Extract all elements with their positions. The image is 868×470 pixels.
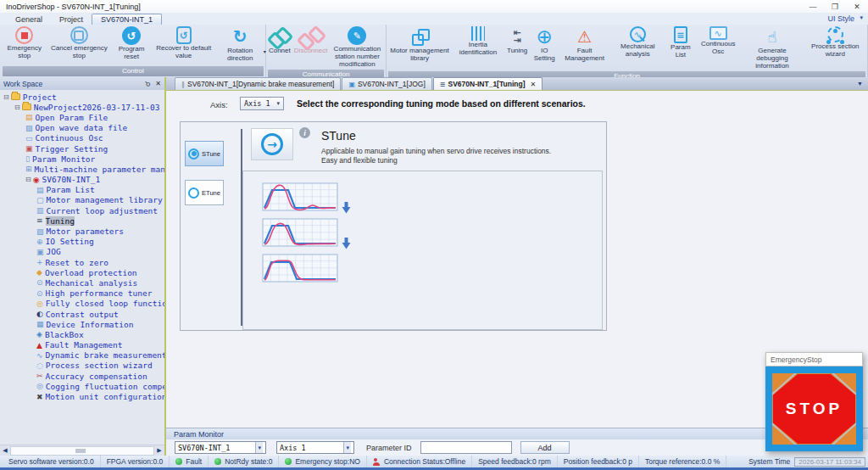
tree-item-label: Accuracy compensation [46,372,147,381]
doc-tab-sv670n-int-1-jog[interactable]: ▣SV670N-INT_1[JOG] [342,77,431,90]
scroll-left-icon[interactable]: ◀ [0,447,10,454]
ribbon-button-fault-management[interactable]: Fault Management [559,25,610,64]
tab-list-caret-icon[interactable]: ▼ [857,81,868,87]
ribbon-button-program-reset[interactable]: Program reset [111,25,151,62]
tree-item-newproject2026-03-17-11-03[interactable]: ⊟NewProject2026-03-17-11-03 [0,102,164,112]
ribbon-button-communication-station-number-modification[interactable]: Communication station number modificatio… [329,25,385,70]
tree-item-project[interactable]: ⊟Project [0,92,164,102]
tree-item-device-information[interactable]: ▦Device Information [0,319,164,329]
tree-item-icon: ▲ [36,341,42,350]
menu-tab-device[interactable]: SV670N-INT_1 [92,14,162,25]
ribbon-button-tuning[interactable]: Tuning [504,25,530,56]
ribbon-button-param-list[interactable]: Param List [665,25,696,60]
tree-item-tuning[interactable]: ≡Tuning [0,215,164,226]
expander-icon[interactable]: ⊟ [25,176,31,183]
tree-item-reset-to-zero[interactable]: +Reset to zero [0,257,164,267]
ribbon-button-rotation-direction[interactable]: Rotation direction▾ [216,25,264,64]
tree-item-open-wave-data-file[interactable]: ▨Open wave data file [0,123,164,133]
ribbon-button-label: Disconnect [294,48,328,55]
tree-item-trigger-setting[interactable]: ▣Trigger Setting [0,143,164,154]
tree-item-icon: ⊙ [36,289,43,298]
etune-mode-button[interactable]: ETune [185,180,224,205]
menu-tab-general[interactable]: General [7,14,51,25]
ribbon-button-io-setting[interactable]: IO Setting [530,25,559,64]
ribbon-button-motor-management-library[interactable]: Motor management library [387,25,451,64]
tree-item-motor-management-library[interactable]: ▢Motor management library [0,195,164,205]
tree-item-param-monitor[interactable]: ▯Param Monitor [0,154,164,164]
dropdown-caret-icon: ▾ [264,48,266,54]
tree-item-continuous-osc[interactable]: ▭Continuous Osc [0,133,164,143]
scroll-right-icon[interactable]: ▶ [154,447,164,454]
ribbon-button-connet[interactable]: Connet [267,25,292,56]
device-select[interactable]: SV670N-INT_1 [175,441,266,454]
ribbon-button-disconnect[interactable]: Disconnect [292,25,330,56]
expander-icon[interactable]: ⊟ [3,93,9,101]
axis-select[interactable]: Axis 1 [240,97,284,110]
doc-tab-label: SV670N-INT_1[JOG] [358,80,426,88]
ribbon-button-generate-debugging-information[interactable]: Generate debugging information [740,25,804,71]
minimize-button[interactable]: — [802,3,824,11]
tree-item-icon: ⊙ [36,278,43,287]
close-tab-icon[interactable]: ✕ [530,81,536,88]
tree-item-accuracy-compensation[interactable]: ✂Accuracy compensation [0,371,164,381]
ribbon-button-label: Communication station number modificatio… [331,46,383,69]
tree-item-high-performance-tuner[interactable]: ⊙High performance tuner [0,288,164,299]
tree-item-label: Motion unit configuration [46,392,164,401]
tree-item-process-section-wizard[interactable]: ◌Process section wizard [0,361,164,371]
ribbon-button-inertia-identification[interactable]: Inertia identification [452,25,504,58]
workspace-close-icon[interactable]: ✕ [155,80,161,87]
ribbon-button-emergency-stop[interactable]: Emergency stop [2,25,47,61]
tree-item-dynamic-brake-measurement[interactable]: ∿Dynamic brake measurement [0,350,164,361]
doc-tab-sv670n-int-1-dynamic-brake-measurement[interactable]: ∥SV670N-INT_1[Dynamic brake measurement] [175,77,341,90]
tree-item-motion-unit-configuration[interactable]: ✖Motion unit configuration [0,391,164,401]
tree-item-param-list[interactable]: ▤Param List [0,185,164,195]
wizard-icon [827,26,843,42]
maximize-button[interactable]: ❐ [824,3,846,11]
sidebar-horizontal-scrollbar[interactable]: ◀ ▶ [0,445,164,456]
emergency-popup-body[interactable]: STOP [765,366,863,451]
scrollbar-track[interactable] [10,446,154,456]
scrollbar-thumb[interactable] [75,449,86,453]
green-status-icon [214,458,221,465]
tree-item-overload-protection[interactable]: ◆Overload protection [0,267,164,277]
tree-item-io-setting[interactable]: ⊕IO Setting [0,237,164,247]
menu-tab-project[interactable]: Project [51,14,92,25]
tree-item-sv670n-int-1[interactable]: ⊟◉SV670N-INT_1 [0,175,164,185]
tree-item-fault-management[interactable]: ▲Fault Management [0,340,164,350]
tree-item-open-param-file[interactable]: ▤Open Param File [0,112,164,122]
tree-item-icon: ▤ [36,186,44,194]
ribbon-button-label: Continuous Osc [698,41,738,56]
ribbon-button-mechanical-analysis[interactable]: Mechanical analysis [610,25,665,59]
ribbon-group-function: Motor management libraryInertia identifi… [387,25,868,77]
tree-item-motor-parameters[interactable]: ▧Motor parameters [0,226,164,236]
tree-item-contrast-output[interactable]: ◐Contrast output [0,309,164,319]
tree-item-cogging-fluctuation-compensation[interactable]: ◎Cogging fluctuation compensation [0,381,164,391]
tree-item-icon: ▭ [25,134,33,143]
ribbon-button-cancel-emergency-stop[interactable]: Cancel emergency stop [47,25,111,61]
ribbon-button-continuous-osc[interactable]: Continuous Osc [696,25,740,57]
close-button[interactable]: ✕ [846,3,868,11]
tree-item-fully-closed-loop-function-debuggin[interactable]: ◎Fully closed loop function debuggin [0,299,164,309]
ribbon-group-buttons: Emergency stopCancel emergency stopProgr… [2,25,264,66]
stune-mode-button[interactable]: STune [185,141,224,166]
expander-icon[interactable]: ⊟ [14,104,20,111]
tree-item-icon: ▦ [36,320,44,328]
status-torque-reference: Torque reference:0.0 % [639,456,726,467]
tree-item-multi-machine-parameter-management[interactable]: ⊞Multi-machine parameter management [0,164,164,174]
tree-item-icon: ▣ [25,144,33,153]
tree-item-icon: + [36,258,43,266]
parameter-id-input[interactable] [420,441,512,454]
tree-item-jog[interactable]: ▣JOG [0,247,164,257]
tree-item-current-loop-adjustment[interactable]: ▥Current loop adjustment [0,205,164,215]
pin-icon[interactable]: ⚲ [143,79,153,88]
status-text: Emergency stop:NO [295,457,360,466]
doc-tab-sv670n-int-1-tuning[interactable]: ≡SV670N-INT_1[Tuning]✕ [433,77,542,90]
ribbon-button-process-section-wizard[interactable]: Process section wizard [804,25,866,59]
ui-style-dropdown[interactable]: UI Style [827,14,868,23]
axis-select-monitor[interactable]: Axis 1 [276,441,354,454]
tree-item-blackbox[interactable]: ◈BlackBox [0,329,164,339]
ribbon-button-label: Fault Management [560,48,609,63]
ribbon-button-recover-to-default-value[interactable]: Recover to default value [152,25,216,61]
tree-item-mechanical-analysis[interactable]: ⊙Mechanical analysis [0,277,164,288]
add-button[interactable]: Add [520,441,570,454]
